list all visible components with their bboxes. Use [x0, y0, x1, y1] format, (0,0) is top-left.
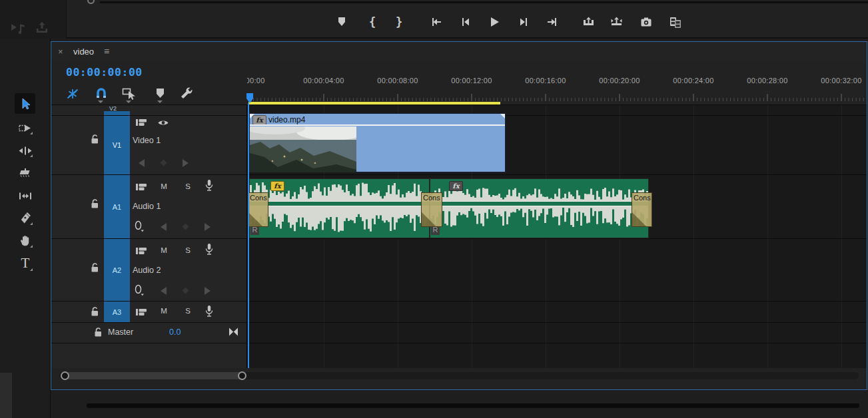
razor-tool[interactable]	[18, 166, 33, 180]
go-to-in-button[interactable]	[429, 15, 444, 29]
monitor-zoom-track[interactable]	[100, 1, 868, 3]
audio-transition-constant-power[interactable]: Cons	[421, 192, 442, 227]
track-a1-patch[interactable]: A1	[104, 175, 130, 238]
tab-close-icon[interactable]: ×	[58, 47, 63, 57]
track-a1-solo-button[interactable]: S	[183, 182, 193, 190]
header-content-split[interactable]	[246, 105, 247, 368]
track-v1-name[interactable]: Video 1	[133, 136, 161, 145]
track-v1-lock-icon[interactable]	[89, 133, 100, 145]
step-back-button[interactable]	[458, 15, 473, 29]
ruler-label: 00:00:20:00	[599, 77, 640, 85]
ruler-labels[interactable]: 00:00:0000:00:04:0000:00:08:0000:00:12:0…	[247, 77, 867, 87]
add-marker-button[interactable]	[334, 15, 349, 29]
track-v1-prev-keyframe[interactable]	[139, 159, 145, 167]
track-a3-patch-label: A3	[113, 308, 121, 316]
mark-out-button[interactable]: }	[392, 15, 406, 29]
export-media-icon[interactable]	[33, 20, 51, 36]
ruler-ticks[interactable]	[247, 93, 867, 102]
audio-clip-2[interactable]: fx R	[430, 178, 649, 238]
track-a1-voiceover-mic-icon[interactable]	[203, 178, 215, 193]
track-a3-solo-button[interactable]: S	[183, 307, 193, 315]
playhead-line[interactable]	[248, 103, 249, 368]
track-a3-patch[interactable]: A3	[104, 302, 130, 322]
snap-icon[interactable]	[93, 85, 110, 102]
lift-button[interactable]	[581, 15, 596, 29]
linked-selection-icon[interactable]	[121, 86, 138, 102]
timeline-zoom-scrollbar-thumb[interactable]	[65, 372, 242, 379]
track-select-forward-tool[interactable]	[17, 120, 33, 135]
track-a1-mute-button[interactable]: M	[159, 182, 169, 190]
track-a2-patch[interactable]: A2	[104, 239, 130, 301]
mark-in-button[interactable]: {	[365, 15, 380, 29]
audio-clip-1[interactable]: fx R	[249, 178, 430, 238]
export-frame-button[interactable]	[639, 15, 653, 29]
go-to-out-button[interactable]	[545, 15, 560, 29]
tab-title[interactable]: video	[73, 47, 94, 57]
pen-tool[interactable]	[18, 210, 33, 226]
content-gridline	[841, 105, 842, 368]
track-a1-next-keyframe[interactable]	[205, 223, 211, 231]
play-audio-preview-icon[interactable]	[9, 20, 27, 36]
play-button[interactable]	[486, 14, 502, 30]
track-v2-patch[interactable]	[104, 111, 130, 115]
track-a3-lock-icon[interactable]	[89, 306, 100, 317]
track-a1-prev-keyframe[interactable]	[161, 223, 167, 231]
track-a3-voiceover-mic-icon[interactable]	[203, 304, 215, 319]
track-v1-patch[interactable]: V1	[104, 116, 130, 174]
playhead-timecode[interactable]: 00:00:00:00	[66, 66, 143, 79]
track-v1-next-keyframe[interactable]	[183, 159, 189, 167]
track-master-volume[interactable]: 0.0	[169, 327, 181, 337]
panel-menu-icon[interactable]: ≡	[104, 46, 109, 57]
monitor-zoom-handle[interactable]	[87, 0, 95, 4]
track-master-name[interactable]: Master	[108, 327, 133, 337]
track-a2-name[interactable]: Audio 2	[133, 266, 161, 275]
track-a2-prev-keyframe[interactable]	[161, 287, 167, 295]
track-a1-sync-lock-icon[interactable]	[135, 181, 148, 192]
track-a2-next-keyframe[interactable]	[205, 287, 211, 295]
track-v1-sync-lock-icon[interactable]	[135, 116, 148, 128]
content-gridline	[767, 105, 768, 368]
track-a1-name[interactable]: Audio 1	[133, 202, 161, 211]
audio-clip-2-fx-badge[interactable]: fx	[449, 181, 463, 191]
ruler-label: 00:00:00	[247, 77, 265, 85]
track-v1-output-eye-icon[interactable]	[157, 117, 170, 128]
add-marker-icon[interactable]	[153, 87, 167, 100]
video-clip[interactable]: fx video.mp4	[249, 113, 506, 172]
video-clip-fx-badge[interactable]: fx	[252, 115, 266, 125]
tool-flyout-indicator	[30, 154, 33, 157]
track-master-lock-icon[interactable]	[93, 326, 103, 338]
premiere-workspace: { }	[0, 0, 868, 418]
track-a2-mute-button[interactable]: M	[159, 246, 169, 254]
slip-tool[interactable]	[17, 188, 33, 203]
selection-tool[interactable]	[17, 95, 33, 112]
step-forward-button[interactable]	[516, 15, 531, 29]
compare-frames-button[interactable]	[668, 15, 683, 29]
playhead-marker[interactable]	[244, 93, 255, 104]
track-master-bowtie-icon[interactable]	[228, 327, 239, 337]
insert-nest-toggle-icon[interactable]	[65, 86, 81, 102]
track-a2-solo-button[interactable]: S	[183, 246, 193, 254]
track-a1-keyframe-display-button[interactable]	[134, 220, 146, 233]
timeline-zoom-handle-left[interactable]	[61, 371, 69, 380]
tool-flyout-indicator	[30, 132, 33, 134]
ripple-edit-tool[interactable]	[17, 143, 33, 158]
track-a2-sync-lock-icon[interactable]	[135, 245, 148, 256]
audio-transition-constant-power[interactable]: Cons	[632, 192, 652, 227]
track-a2-voiceover-mic-icon[interactable]	[203, 242, 215, 257]
audio-transition-constant-power[interactable]: Cons	[248, 192, 268, 227]
track-a3-sync-lock-icon[interactable]	[135, 306, 148, 317]
audio-clip-1-fx-badge[interactable]: fx	[270, 181, 284, 191]
bottom-horizontal-scrollbar[interactable]	[87, 403, 859, 408]
track-a2-keyframe-display-button[interactable]	[134, 284, 146, 297]
timeline-zoom-handle-right[interactable]	[238, 371, 246, 380]
track-a1-patch-label: A1	[113, 203, 121, 211]
track-a3-mute-button[interactable]: M	[159, 307, 169, 315]
timeline-settings-wrench-icon[interactable]	[178, 85, 195, 102]
ruler-label: 00:00:04:00	[303, 77, 344, 85]
type-tool[interactable]: T	[17, 254, 33, 272]
track-a1-lock-icon[interactable]	[89, 198, 100, 210]
hand-tool[interactable]	[17, 232, 33, 248]
track-a2-lock-icon[interactable]	[89, 262, 100, 274]
video-clip-titlebar-underline	[250, 124, 505, 126]
extract-button[interactable]	[609, 15, 624, 29]
